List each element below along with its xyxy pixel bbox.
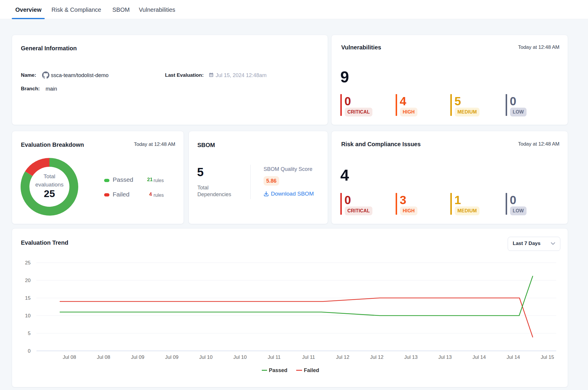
svg-text:5: 5: [28, 331, 31, 336]
svg-text:15: 15: [25, 295, 31, 301]
svg-text:Jul 13: Jul 13: [438, 354, 452, 360]
svg-text:20: 20: [25, 278, 31, 283]
svg-text:Jul 10: Jul 10: [199, 354, 212, 360]
svg-text:Jul 14: Jul 14: [472, 354, 486, 360]
svg-text:Jul 12: Jul 12: [370, 354, 383, 360]
svg-text:Jul 14: Jul 14: [507, 354, 520, 360]
svg-text:Jul 11: Jul 11: [268, 354, 281, 360]
svg-text:Jul 08: Jul 08: [63, 354, 76, 360]
svg-text:Jul 08: Jul 08: [97, 354, 110, 360]
svg-text:Jul 09: Jul 09: [131, 354, 144, 360]
svg-text:Jul 15: Jul 15: [541, 354, 554, 360]
svg-text:Jul 10: Jul 10: [233, 354, 246, 360]
svg-text:Failed: Failed: [304, 367, 319, 373]
svg-text:0: 0: [28, 348, 31, 354]
svg-text:25: 25: [25, 260, 31, 266]
svg-text:Jul 12: Jul 12: [336, 354, 349, 360]
svg-text:Jul 13: Jul 13: [404, 354, 417, 360]
svg-text:Jul 11: Jul 11: [302, 354, 315, 360]
svg-text:10: 10: [25, 313, 31, 319]
svg-text:Passed: Passed: [269, 367, 287, 373]
svg-text:Jul 09: Jul 09: [165, 354, 178, 360]
